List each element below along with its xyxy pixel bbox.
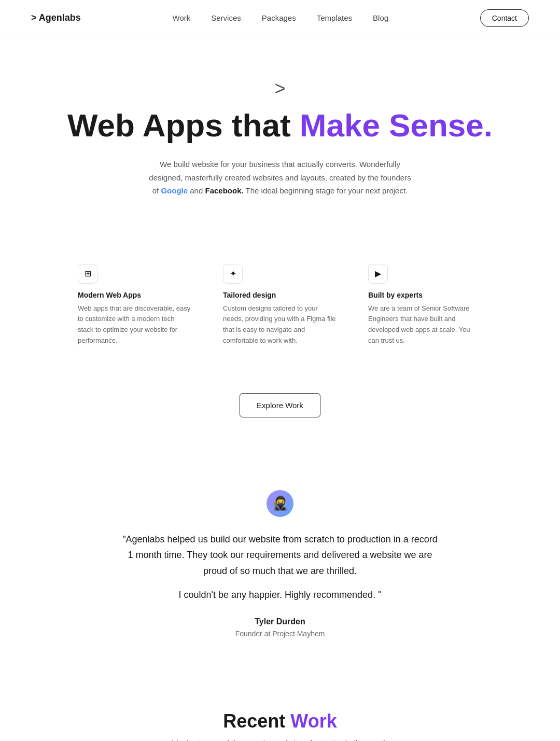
tailored-icon: ✦ — [223, 264, 243, 284]
avatar-emoji: 🥷 — [272, 495, 288, 511]
hero-subtitle: We build website for your business that … — [145, 158, 415, 198]
nav-blog[interactable]: Blog — [373, 13, 388, 22]
nav-services[interactable]: Services — [211, 13, 241, 22]
features-section: ⊞ Modern Web Apps Web apps that are disc… — [0, 254, 560, 378]
feature-experts: ▶ Built by experts We are a team of Seni… — [368, 264, 482, 346]
hero-google: Google — [161, 186, 188, 195]
cta-section: Explore Work — [0, 378, 560, 459]
explore-work-button[interactable]: Explore Work — [240, 393, 320, 417]
contact-button[interactable]: Contact — [480, 9, 529, 27]
recent-work-section: Recent Work A look at some of the amazin… — [0, 669, 560, 741]
recent-work-subtitle: A look at some of the amazing websites t… — [31, 738, 529, 741]
feature-tailored-title: Tailored design — [223, 291, 337, 299]
feature-tailored-desc: Custom designs tailored to your needs, p… — [223, 303, 337, 346]
feature-experts-title: Built by experts — [368, 291, 482, 299]
testimonial-quote: "Agenlabs helped us build our website fr… — [119, 532, 441, 579]
nav-links: Work Services Packages Templates Blog — [173, 13, 389, 22]
hero-chevron-icon: > — [31, 78, 529, 100]
hero-title-part1: Web Apps that — [67, 107, 300, 143]
feature-modern-web-title: Modern Web Apps — [78, 291, 192, 299]
testimonial-role: Founder at Project Mayhem — [41, 630, 519, 638]
hero-title-highlight: Make Sense. — [300, 107, 493, 143]
recent-work-title-highlight: Work — [290, 710, 337, 732]
feature-modern-web-desc: Web apps that are discoverable, easy to … — [78, 303, 192, 346]
avatar: 🥷 — [267, 490, 293, 517]
hero-facebook: Facebook. — [205, 186, 243, 195]
modern-web-icon: ⊞ — [78, 264, 97, 284]
feature-experts-desc: We are a team of Senior Software Enginee… — [368, 303, 482, 346]
nav-work[interactable]: Work — [173, 13, 191, 22]
feature-tailored: ✦ Tailored design Custom designs tailore… — [223, 264, 337, 346]
navbar: > Agenlabs Work Services Packages Templa… — [0, 0, 560, 36]
nav-packages[interactable]: Packages — [262, 13, 296, 22]
hero-section: > Web Apps that Make Sense. We build web… — [0, 36, 560, 254]
testimonial-section: 🥷 "Agenlabs helped us build our website … — [0, 459, 560, 669]
hero-title: Web Apps that Make Sense. — [31, 108, 529, 143]
recent-work-title: Recent Work — [31, 710, 529, 732]
logo[interactable]: > Agenlabs — [31, 12, 81, 23]
recent-work-title-part1: Recent — [223, 710, 290, 732]
feature-modern-web: ⊞ Modern Web Apps Web apps that are disc… — [78, 264, 192, 346]
testimonial-name: Tyler Durden — [41, 617, 519, 626]
testimonial-extra: I couldn't be any happier. Highly recomm… — [41, 590, 519, 600]
experts-icon: ▶ — [368, 264, 388, 284]
nav-templates[interactable]: Templates — [317, 13, 352, 22]
